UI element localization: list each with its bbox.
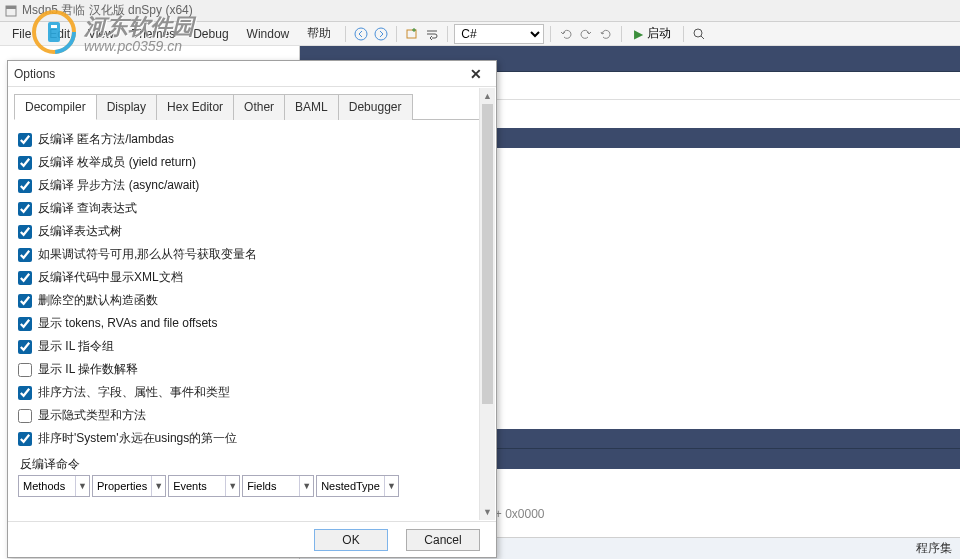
play-icon: ▶ [634,27,643,41]
combo-value: Properties [93,480,151,492]
search-icon[interactable] [690,25,708,43]
option-label: 反编译 匿名方法/lambdas [38,131,174,148]
menu-help[interactable]: 帮助 [299,22,339,45]
order-combo[interactable]: Events▼ [168,475,240,497]
tab-decompiler[interactable]: Decompiler [14,94,97,120]
combo-value: Fields [243,480,299,492]
word-wrap-icon[interactable] [423,25,441,43]
chevron-down-icon[interactable]: ▼ [75,476,89,496]
tab-other[interactable]: Other [233,94,285,120]
cancel-button[interactable]: Cancel [406,529,480,551]
option-row: 显示 tokens, RVAs and file offsets [18,312,486,335]
option-checkbox[interactable] [18,340,32,354]
option-row: 显示隐式类型和方法 [18,404,486,427]
option-checkbox[interactable] [18,271,32,285]
option-checkbox[interactable] [18,386,32,400]
option-checkbox[interactable] [18,409,32,423]
tab-display[interactable]: Display [96,94,157,120]
undo-icon[interactable] [557,25,575,43]
option-row: 反编译 查询表达式 [18,197,486,220]
combo-value: Events [169,480,225,492]
new-tab-icon[interactable] [403,25,421,43]
decompile-order-row: Methods▼Properties▼Events▼Fields▼NestedT… [18,475,486,497]
svg-point-3 [375,28,387,40]
option-label: 如果调试符号可用,那么从符号获取变量名 [38,246,257,263]
options-dialog: Options ✕ Decompiler Display Hex Editor … [7,60,497,558]
chevron-down-icon[interactable]: ▼ [225,476,239,496]
redo-icon[interactable] [577,25,595,43]
menu-view[interactable]: View [80,24,122,44]
chevron-down-icon[interactable]: ▼ [384,476,398,496]
option-row: 排序时'System'永远在usings的第一位 [18,427,486,450]
order-combo[interactable]: Properties▼ [92,475,166,497]
option-checkbox[interactable] [18,202,32,216]
option-checkbox[interactable] [18,432,32,446]
scroll-thumb[interactable] [482,104,493,404]
app-titlebar: Msdn5 君临 汉化版 dnSpy (x64) [0,0,960,22]
menu-window[interactable]: Window [239,24,298,44]
system-menu-icon[interactable] [4,4,18,18]
option-checkbox[interactable] [18,225,32,239]
dialog-body: 反编译 匿名方法/lambdas反编译 枚举成员 (yield return)反… [8,120,496,521]
separator [550,26,551,42]
svg-point-2 [355,28,367,40]
order-combo[interactable]: Fields▼ [242,475,314,497]
option-row: 反编译 枚举成员 (yield return) [18,151,486,174]
option-row: 反编译 异步方法 (async/await) [18,174,486,197]
run-button[interactable]: ▶ 启动 [628,23,677,44]
option-checkbox[interactable] [18,133,32,147]
chevron-down-icon[interactable]: ▼ [151,476,165,496]
dialog-titlebar[interactable]: Options ✕ [8,61,496,87]
option-row: 反编译表达式树 [18,220,486,243]
nav-back-icon[interactable] [352,25,370,43]
option-label: 显示 tokens, RVAs and file offsets [38,315,217,332]
app-window: Msdn5 君临 汉化版 dnSpy (x64) File Edit View … [0,0,960,559]
svg-rect-1 [6,6,16,9]
option-label: 排序时'System'永远在usings的第一位 [38,430,237,447]
option-row: 反编译代码中显示XML文档 [18,266,486,289]
combo-value: Methods [19,480,75,492]
menu-file[interactable]: File [4,24,39,44]
tab-baml[interactable]: BAML [284,94,339,120]
separator [396,26,397,42]
scroll-up-icon[interactable]: ▲ [480,88,495,104]
scrollbar[interactable]: ▲ ▼ [479,88,495,520]
chevron-down-icon[interactable]: ▼ [299,476,313,496]
option-checkbox[interactable] [18,156,32,170]
option-checkbox[interactable] [18,294,32,308]
option-checkbox[interactable] [18,363,32,377]
order-combo[interactable]: Methods▼ [18,475,90,497]
option-label: 删除空的默认构造函数 [38,292,158,309]
option-row: 如果调试符号可用,那么从符号获取变量名 [18,243,486,266]
menu-themes[interactable]: Themes [124,24,183,44]
nav-forward-icon[interactable] [372,25,390,43]
language-select[interactable]: C# [454,24,544,44]
ok-button[interactable]: OK [314,529,388,551]
option-row: 排序方法、字段、属性、事件和类型 [18,381,486,404]
separator [447,26,448,42]
option-checkbox[interactable] [18,248,32,262]
menu-edit[interactable]: Edit [41,24,78,44]
refresh-icon[interactable] [597,25,615,43]
order-combo[interactable]: NestedType▼ [316,475,399,497]
close-button[interactable]: ✕ [462,64,490,84]
option-checkbox[interactable] [18,317,32,331]
tab-debugger[interactable]: Debugger [338,94,413,120]
option-label: 反编译 枚举成员 (yield return) [38,154,196,171]
scroll-down-icon[interactable]: ▼ [480,504,495,520]
option-label: 反编译代码中显示XML文档 [38,269,183,286]
dialog-footer: OK Cancel [8,521,496,557]
dialog-tabs: Decompiler Display Hex Editor Other BAML… [14,93,490,120]
option-checkbox[interactable] [18,179,32,193]
combo-value: NestedType [317,480,384,492]
section-label: 反编译命令 [20,456,486,473]
option-label: 反编译 查询表达式 [38,200,137,217]
tab-hex-editor[interactable]: Hex Editor [156,94,234,120]
svg-rect-4 [407,30,416,38]
option-label: 反编译 异步方法 (async/await) [38,177,199,194]
menu-debug[interactable]: Debug [185,24,236,44]
svg-point-5 [694,29,702,37]
option-label: 反编译表达式树 [38,223,122,240]
option-row: 反编译 匿名方法/lambdas [18,128,486,151]
option-row: 删除空的默认构造函数 [18,289,486,312]
